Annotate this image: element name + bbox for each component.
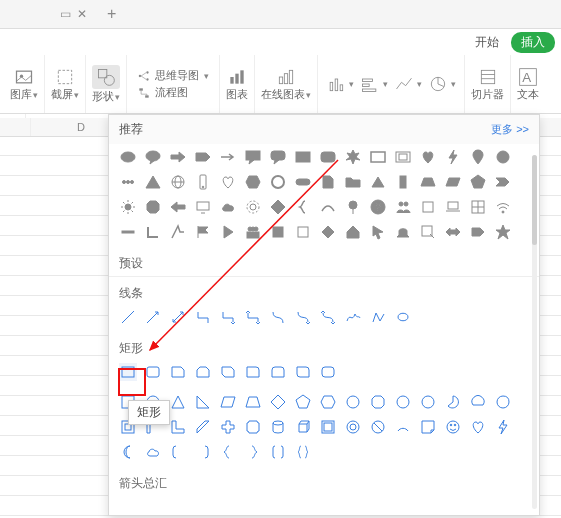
tab-close[interactable]: ✕ [77,7,87,21]
shape-corner-icon[interactable] [144,223,162,241]
line-double-arrow-icon[interactable] [169,308,187,326]
line-freeform-icon[interactable] [369,308,387,326]
shape-folder-icon[interactable] [344,173,362,191]
ribbon-slicer[interactable]: 切片器 [465,55,511,113]
chart-type-4-icon[interactable]: ▾ [428,74,456,94]
shape-home-icon[interactable] [344,223,362,241]
rect-snip1-icon[interactable] [169,363,187,381]
ribbon-chart[interactable]: 图表 [220,55,255,113]
bs-parallel-icon[interactable] [219,393,237,411]
line-elbow-double-icon[interactable] [244,308,262,326]
shape-diamond-icon[interactable] [269,198,287,216]
bs-heptagon-icon[interactable]: 7 [344,393,362,411]
shape-darrow-icon[interactable] [444,223,462,241]
shape-flag-icon[interactable] [194,223,212,241]
shape-triangle-icon[interactable] [144,173,162,191]
chart-type-2-icon[interactable]: ▾ [360,74,388,94]
line-curve-double-icon[interactable] [319,308,337,326]
more-link[interactable]: 更多 >> [491,122,529,137]
shape-square-small-icon[interactable] [419,198,437,216]
line-arrow-icon[interactable] [144,308,162,326]
rect-snip-diag-icon[interactable] [219,363,237,381]
shape-monitor-icon[interactable] [194,198,212,216]
shape-laptop-icon[interactable] [444,198,462,216]
bs-cloud2-icon[interactable] [144,443,162,461]
bs-decagon-icon[interactable]: 10 [394,393,412,411]
bs-cross-icon[interactable] [219,418,237,436]
shape-tall-rect-icon[interactable] [394,173,412,191]
shape-outline-rect-icon[interactable] [369,148,387,166]
shape-wifi-icon[interactable] [494,198,512,216]
shape-sq-icon[interactable] [269,223,287,241]
shape-trapezoid-icon[interactable] [419,173,437,191]
line-scribble-icon[interactable] [344,308,362,326]
shape-pentagon-arrow-icon[interactable] [194,148,212,166]
line-diag-icon[interactable] [119,308,137,326]
rect-round-all-icon[interactable] [319,363,337,381]
shape-frame-icon[interactable] [394,148,412,166]
shape-sq-outline-icon[interactable] [294,223,312,241]
bs-dodecagon-icon[interactable]: 12 [419,393,437,411]
tab-new[interactable]: + [107,5,116,23]
shape-play-icon[interactable] [219,223,237,241]
bs-octagon-icon[interactable] [369,393,387,411]
rect-plain-icon[interactable] [119,363,137,381]
shape-bar-icon[interactable] [119,223,137,241]
rect-rounded-icon[interactable] [144,363,162,381]
menu-insert[interactable]: 插入 [511,32,555,53]
ribbon-textbox[interactable]: A 文本 [511,55,545,113]
chart-type-3-icon[interactable]: ▾ [394,74,422,94]
shape-pin2-icon[interactable] [344,198,362,216]
line-curve-icon[interactable] [269,308,287,326]
shape-thin-arrow-icon[interactable] [219,148,237,166]
shape-parallelogram-icon[interactable] [444,173,462,191]
shape-pill-icon[interactable] [294,173,312,191]
shape-gear-icon[interactable] [244,198,262,216]
shape-burst-icon[interactable] [344,148,362,166]
shape-sun-icon[interactable] [119,198,137,216]
bs-bracket-r-icon[interactable] [194,443,212,461]
bs-diamond-icon[interactable] [269,393,287,411]
bs-moon-icon[interactable] [119,443,137,461]
shape-curve-icon[interactable] [319,198,337,216]
shape-dots-icon[interactable] [119,173,137,191]
shape-cursor-icon[interactable] [369,223,387,241]
shape-question-icon[interactable]: ? [369,198,387,216]
shape-rect-icon[interactable] [294,148,312,166]
shape-grid-icon[interactable] [469,198,487,216]
bs-dblbrace-icon[interactable] [294,443,312,461]
shape-heart-outline-icon[interactable] [219,173,237,191]
shape-cloud-icon[interactable] [219,198,237,216]
shape-chevron-icon[interactable] [494,173,512,191]
bs-pie-icon[interactable] [444,393,462,411]
shape-phone-icon[interactable] [194,173,212,191]
bs-donut-icon[interactable] [344,418,362,436]
scrollbar-thumb[interactable] [532,155,537,245]
bs-diagstripe-icon[interactable] [194,418,212,436]
shape-pin-icon[interactable] [469,148,487,166]
bs-lshape-icon[interactable] [169,418,187,436]
ribbon-shapes[interactable]: 形状▾ [86,55,127,113]
shape-diamond2-icon[interactable] [319,223,337,241]
bs-triangle-icon[interactable] [169,393,187,411]
line-elbow-icon[interactable] [194,308,212,326]
bs-trapezoid-icon[interactable] [244,393,262,411]
shape-circle-icon[interactable] [494,148,512,166]
shape-pentagon-icon[interactable] [469,173,487,191]
shape-arrow-left-icon[interactable] [169,198,187,216]
bs-hexagon-icon[interactable] [319,393,337,411]
bs-can-icon[interactable] [269,418,287,436]
shape-bell-icon[interactable] [394,223,412,241]
shape-octagon-icon[interactable] [144,198,162,216]
shape-ring-icon[interactable] [269,173,287,191]
ribbon-mindmap[interactable]: 思维导图▾ [137,68,209,83]
shape-globe-icon[interactable] [169,173,187,191]
chart-type-1-icon[interactable]: ▾ [326,74,354,94]
shape-star-icon[interactable] [494,223,512,241]
shape-people-icon[interactable] [394,198,412,216]
shape-group-icon[interactable] [244,223,262,241]
rect-round-diag-icon[interactable] [294,363,312,381]
shape-edit-icon[interactable] [419,223,437,241]
shape-tag-icon[interactable] [469,223,487,241]
bs-brace-l-icon[interactable] [219,443,237,461]
